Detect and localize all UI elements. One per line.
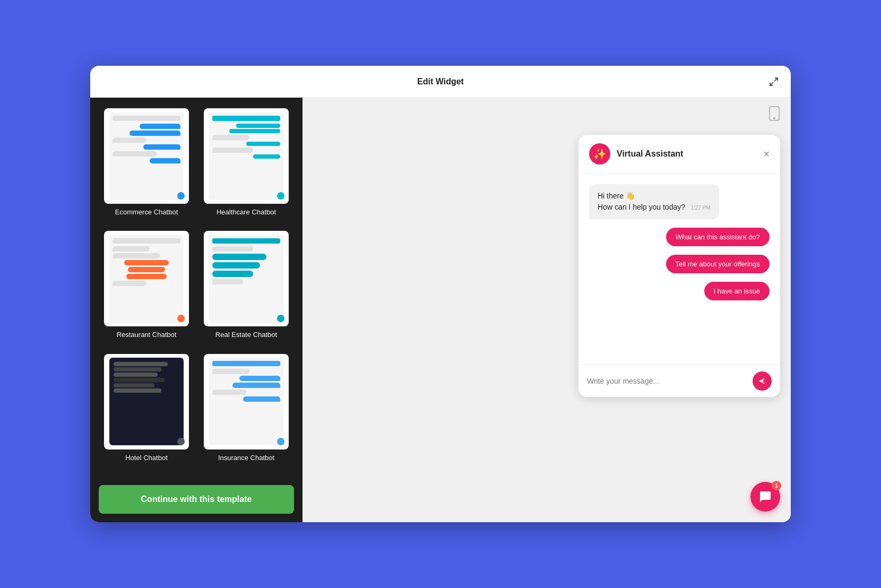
template-preview-realestate xyxy=(204,231,289,326)
chat-close-button[interactable]: × xyxy=(763,148,770,160)
expand-button[interactable] xyxy=(767,75,780,88)
template-name-healthcare: Healthcare Chatbot xyxy=(217,208,276,216)
template-preview-ecommerce xyxy=(104,108,189,204)
chat-input[interactable] xyxy=(587,377,747,385)
template-name-realestate: Real Estate Chatbot xyxy=(215,331,277,339)
template-name-ecommerce: Ecommerce Chatbot xyxy=(115,208,178,216)
continue-button[interactable]: Continue with this template xyxy=(99,485,294,514)
template-preview-healthcare xyxy=(204,108,289,204)
chat-messages: Hi there 👋How can I help you today? 1:27… xyxy=(578,174,780,365)
template-dot-hotel xyxy=(177,438,185,445)
header-title: Edit Widget xyxy=(417,77,464,87)
chat-widget-header: ✨ Virtual Assistant × xyxy=(578,135,780,174)
chat-input-area xyxy=(578,365,780,397)
right-panel: ✨ Virtual Assistant × Hi there 👋How can … xyxy=(303,98,791,522)
template-name-restaurant: Restaurant Chatbot xyxy=(117,331,177,339)
template-preview-insurance xyxy=(204,354,289,449)
svg-point-3 xyxy=(774,118,775,119)
chat-widget-title: Virtual Assistant xyxy=(617,149,683,159)
template-item-healthcare[interactable]: Healthcare Chatbot xyxy=(201,108,292,222)
mobile-icon xyxy=(768,106,780,124)
template-item-hotel[interactable]: Hotel Chatbot xyxy=(101,354,192,468)
template-item-insurance[interactable]: Insurance Chatbot xyxy=(201,354,292,468)
message-bot-text: Hi there 👋How can I help you today? xyxy=(598,192,685,211)
template-item-restaurant[interactable]: Restaurant Chatbot xyxy=(101,231,192,345)
template-name-insurance: Insurance Chatbot xyxy=(218,454,274,462)
template-name-hotel: Hotel Chatbot xyxy=(125,454,168,462)
avatar: ✨ xyxy=(589,143,610,165)
template-item-ecommerce[interactable]: Ecommerce Chatbot xyxy=(101,108,192,222)
header: Edit Widget xyxy=(90,66,791,98)
template-preview-restaurant xyxy=(104,231,189,326)
template-dot-insurance xyxy=(277,438,284,445)
floating-chat-button[interactable]: 1 xyxy=(750,482,780,512)
template-dot-restaurant xyxy=(177,315,185,322)
chat-widget: ✨ Virtual Assistant × Hi there 👋How can … xyxy=(578,135,780,397)
left-panel: Ecommerce Chatbot xyxy=(90,98,303,522)
main-window: Edit Widget xyxy=(90,66,791,522)
template-item-realestate[interactable]: Real Estate Chatbot xyxy=(201,231,292,345)
template-dot-healthcare xyxy=(277,192,284,200)
main-content: Ecommerce Chatbot xyxy=(90,98,791,522)
template-dot-realestate xyxy=(277,315,284,322)
template-dot-ecommerce xyxy=(177,192,185,200)
quick-reply-button-2[interactable]: Tell me about your offerings xyxy=(666,255,770,273)
message-bot-greeting: Hi there 👋How can I help you today? 1:27… xyxy=(589,184,719,219)
quick-reply-button-3[interactable]: I have an issue xyxy=(704,282,770,300)
floating-badge: 1 xyxy=(772,481,781,490)
quick-reply-button-1[interactable]: What can this assistant do? xyxy=(666,228,770,246)
message-time: 1:27 PM xyxy=(690,205,710,211)
template-preview-hotel xyxy=(104,354,189,449)
templates-grid: Ecommerce Chatbot xyxy=(90,98,303,479)
send-button[interactable] xyxy=(753,371,772,391)
